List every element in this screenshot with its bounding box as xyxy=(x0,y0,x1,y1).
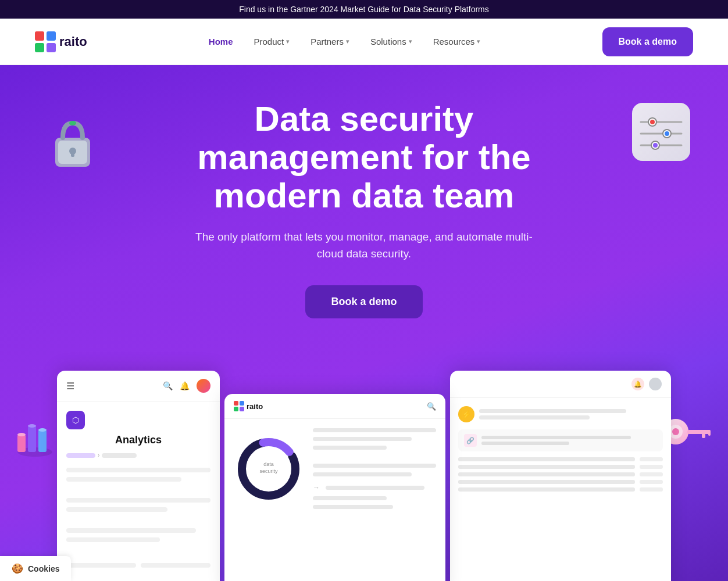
database-icon: ⬡ xyxy=(66,411,85,429)
alert-icon: ⚡ xyxy=(458,406,474,422)
nav-item-partners[interactable]: Partners ▾ xyxy=(302,32,358,51)
svg-rect-37 xyxy=(240,407,244,411)
svg-rect-36 xyxy=(234,407,238,411)
nav-item-solutions[interactable]: Solutions ▾ xyxy=(362,32,420,51)
svg-rect-10 xyxy=(632,103,690,161)
raito-logo-sm-text: raito xyxy=(247,402,263,411)
mockup-right-body: ⚡ 🔗 xyxy=(450,398,671,500)
table-row xyxy=(458,480,663,484)
svg-rect-3 xyxy=(47,43,56,52)
cookies-icon: 🍪 xyxy=(12,563,23,574)
search-icon-center: 🔍 xyxy=(427,402,436,411)
breadcrumb: › xyxy=(66,452,210,458)
chevron-down-icon: ▾ xyxy=(477,38,480,45)
hero-section: Data security management for the modern … xyxy=(0,65,728,581)
svg-rect-33 xyxy=(708,430,711,436)
arrow-right-icon: → xyxy=(313,483,320,492)
menu-icon: ☰ xyxy=(66,381,74,392)
cookies-bar[interactable]: 🍪 Cookies xyxy=(0,556,71,581)
analytics-title: Analytics xyxy=(66,434,210,446)
svg-point-19 xyxy=(653,143,658,148)
svg-rect-35 xyxy=(240,401,244,406)
donut-chart: data security xyxy=(234,434,304,504)
tag-card: 🔗 xyxy=(458,429,663,451)
float-settings-icon xyxy=(629,100,693,164)
svg-point-16 xyxy=(665,131,669,136)
nav-item-resources[interactable]: Resources ▾ xyxy=(425,32,489,51)
navbar: raito Home Product ▾ Partners ▾ Solution… xyxy=(0,19,728,65)
tag-icon: 🔗 xyxy=(464,434,477,447)
nav-links: Home Product ▾ Partners ▾ Solutions ▾ Re… xyxy=(201,32,489,51)
svg-rect-7 xyxy=(71,151,74,157)
table-mock xyxy=(458,457,663,492)
mockup-header-icons: 🔍 🔔 xyxy=(163,379,210,393)
svg-rect-1 xyxy=(47,31,56,41)
nav-item-home[interactable]: Home xyxy=(201,32,241,51)
tag-lines xyxy=(481,436,657,445)
mockup-center-header: raito 🔍 xyxy=(224,394,445,419)
bell-icon: 🔔 xyxy=(180,381,190,390)
table-row xyxy=(458,472,663,476)
svg-point-8 xyxy=(69,121,76,125)
user-icon-sm xyxy=(649,378,662,390)
mockup-wrapper: ☰ 🔍 🔔 ⬡ Analytics › xyxy=(44,371,684,581)
logo-icon-sm xyxy=(234,401,244,411)
table-row xyxy=(458,457,663,461)
avatar xyxy=(197,379,210,393)
mockup-card-left: ☰ 🔍 🔔 ⬡ Analytics › xyxy=(57,371,220,581)
hero-mockup: ☰ 🔍 🔔 ⬡ Analytics › xyxy=(23,347,705,581)
alert-row: ⚡ xyxy=(458,406,663,422)
hero-cta-button[interactable]: Book a demo xyxy=(305,285,422,318)
table-row xyxy=(458,465,663,469)
alert-lines xyxy=(479,409,663,419)
logo-text: raito xyxy=(59,34,87,49)
top-banner: Find us in the Gartner 2024 Market Guide… xyxy=(0,0,728,19)
logo-icon xyxy=(35,31,56,52)
logo-link[interactable]: raito xyxy=(35,31,87,52)
banner-text: Find us in the Gartner 2024 Market Guide… xyxy=(239,5,489,14)
svg-rect-0 xyxy=(35,31,44,41)
chevron-down-icon: ▾ xyxy=(346,38,349,45)
notification-icon: 🔔 xyxy=(631,378,644,390)
svg-text:security: security xyxy=(259,468,278,474)
breadcrumb-arrow: › xyxy=(98,452,99,458)
cookies-label: Cookies xyxy=(28,564,59,573)
mockup-card-right: 🔔 ⚡ 🔗 xyxy=(450,371,671,581)
book-demo-button[interactable]: Book a demo xyxy=(602,27,693,56)
hero-subtitle: The only platform that lets you monitor,… xyxy=(195,229,533,262)
raito-logo-sm: raito xyxy=(234,401,263,411)
chevron-down-icon: ▾ xyxy=(409,38,412,45)
hero-title: Data security management for the modern … xyxy=(160,100,568,215)
table-row xyxy=(458,487,663,492)
chart-legend: → xyxy=(313,428,436,509)
mockup-card-center: raito 🔍 data security xyxy=(224,394,445,581)
chevron-down-icon: ▾ xyxy=(286,38,290,45)
nav-item-product[interactable]: Product ▾ xyxy=(246,32,298,51)
svg-text:data: data xyxy=(263,461,274,467)
mockup-left-body: ⬡ Analytics › xyxy=(57,401,220,577)
svg-rect-2 xyxy=(35,43,44,52)
float-lock-icon xyxy=(47,112,99,170)
svg-rect-34 xyxy=(234,401,238,406)
svg-point-13 xyxy=(650,120,655,124)
mockup-center-body: data security → xyxy=(224,419,445,518)
mockup-left-header: ☰ 🔍 🔔 xyxy=(57,371,220,401)
mock-lines xyxy=(66,468,210,568)
mockup-right-header: 🔔 xyxy=(450,371,671,398)
search-icon: 🔍 xyxy=(163,381,173,390)
